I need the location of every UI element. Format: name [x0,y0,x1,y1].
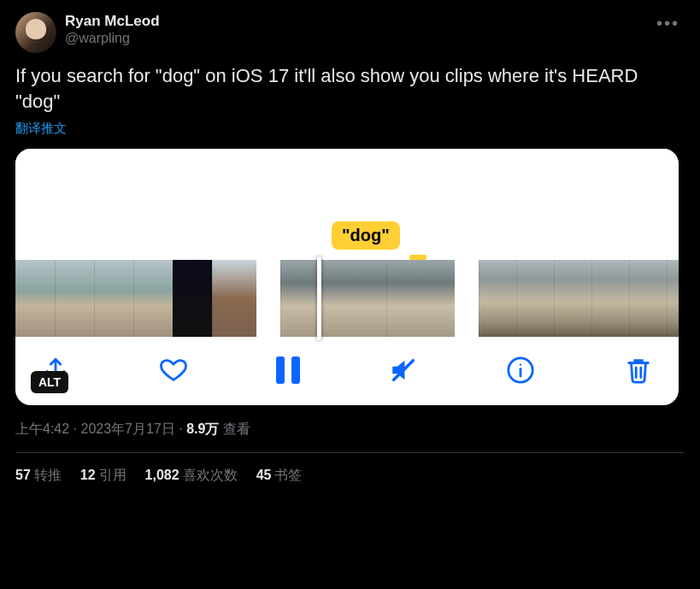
divider [15,452,685,453]
timeline-match-marker [409,255,426,260]
clip-group [15,260,256,337]
pause-button[interactable] [276,356,300,384]
quotes-stat[interactable]: 12引用 [80,467,126,485]
clip-group [479,260,679,337]
tweet-text: If you search for "dog" on iOS 17 it'll … [15,63,685,114]
author-handle: @warpling [65,30,160,47]
tweet-time: 上午4:42 [15,421,69,436]
clip-group [280,260,455,337]
speaker-muted-icon [389,356,418,385]
tweet-stats: 57转推 12引用 1,082喜欢次数 45书签 [15,467,685,485]
author-names[interactable]: Ryan McLeod @warpling [65,12,160,47]
heart-icon [159,356,188,385]
mute-button[interactable] [389,356,418,385]
media-header-area: "dog" [15,149,679,260]
view-count: 8.9万 [186,421,219,436]
alt-badge[interactable]: ALT [31,371,68,393]
delete-button[interactable] [624,356,653,385]
likes-stat[interactable]: 1,082喜欢次数 [145,467,238,485]
more-button[interactable]: ••• [651,12,685,35]
pause-icon [276,356,300,384]
trash-icon [624,356,653,385]
info-button[interactable] [506,356,535,385]
tweet-meta[interactable]: 上午4:42 · 2023年7月17日 · 8.9万 查看 [15,421,685,439]
translate-link[interactable]: 翻译推文 [15,121,685,137]
svg-point-3 [520,364,521,366]
views-label: 查看 [219,421,250,436]
tweet-date: 2023年7月17日 [80,421,174,436]
media-toolbar [15,337,679,405]
bookmarks-stat[interactable]: 45书签 [256,467,303,485]
tweet-container: Ryan McLeod @warpling ••• If you search … [0,0,700,497]
info-icon [506,356,535,385]
media-card[interactable]: "dog" [15,149,679,405]
video-timeline[interactable] [15,260,679,337]
retweets-stat[interactable]: 57转推 [15,467,62,485]
avatar[interactable] [15,12,56,53]
author-display-name: Ryan McLeod [65,12,160,30]
like-button[interactable] [159,356,188,385]
search-term-highlight: "dog" [332,221,400,250]
tweet-header: Ryan McLeod @warpling ••• [15,12,685,53]
